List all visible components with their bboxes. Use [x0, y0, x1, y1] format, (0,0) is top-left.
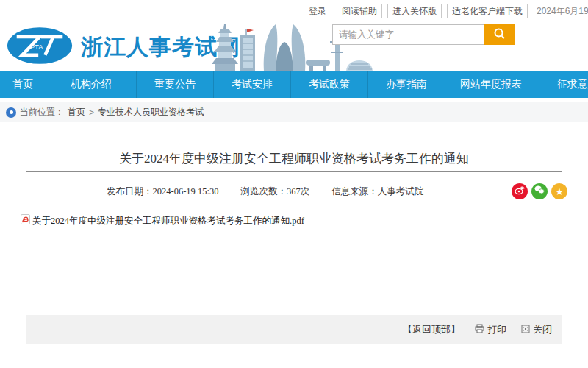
login-button[interactable]: 登录 [304, 4, 331, 18]
wechat-icon [534, 185, 545, 198]
breadcrumb-home-link[interactable]: 首页 [68, 106, 85, 118]
nav-item-exam-schedule[interactable]: 考试安排 [213, 71, 290, 98]
search-icon [493, 27, 506, 42]
nav-item-feedback[interactable]: 征求意见 [537, 71, 588, 98]
care-mode-button[interactable]: 进入关怀版 [387, 4, 442, 18]
view-count-label: 浏览次数： [240, 186, 287, 197]
share-buttons: ★ [512, 183, 567, 199]
attachment-filename: 关于2024年度中级注册安全工程师职业资格考试考务工作的通知.pdf [32, 215, 304, 227]
qzone-star-icon: ★ [555, 187, 564, 197]
search-button[interactable] [484, 24, 514, 45]
zpta-logo-icon: PTA [6, 25, 74, 69]
info-source: 信息来源：人事考试院 [331, 185, 423, 198]
back-to-top-button[interactable]: 【返回顶部】 [403, 323, 460, 336]
nav-item-annual-report[interactable]: 网站年度报表 [445, 71, 537, 98]
location-pin-icon [6, 107, 16, 118]
breadcrumb-label: 当前位置： [20, 106, 64, 118]
info-source-label: 信息来源： [331, 186, 378, 197]
publish-date: 发布日期：2024-06-19 15:30 [107, 185, 218, 198]
printer-icon [475, 324, 484, 336]
publish-date-label: 发布日期： [107, 186, 153, 197]
close-icon [521, 325, 530, 336]
nav-item-about[interactable]: 机构介绍 [46, 71, 136, 98]
site-logo[interactable]: PTA 浙江人事考试网 [6, 25, 240, 69]
weibo-share-button[interactable] [512, 183, 528, 199]
main-nav: 首页 机构介绍 重要公告 考试安排 考试政策 办事指南 网站年度报表 征求意见 [0, 71, 588, 98]
site-search [332, 24, 514, 45]
title-divider [26, 171, 562, 172]
nav-item-exam-policy[interactable]: 考试政策 [290, 71, 368, 98]
reading-aid-button[interactable]: 阅读辅助 [337, 4, 382, 18]
breadcrumb-separator: > [89, 107, 94, 118]
current-date-text: 2024年6月19日 星期三 [537, 5, 588, 18]
search-input[interactable] [332, 24, 484, 45]
print-button[interactable]: 打印 [475, 323, 506, 336]
nav-item-announcements[interactable]: 重要公告 [136, 71, 213, 98]
info-source-value: 人事考试院 [378, 186, 424, 197]
nav-item-service-guide[interactable]: 办事指南 [368, 71, 445, 98]
wechat-share-button[interactable] [531, 183, 548, 199]
weibo-icon [514, 185, 525, 198]
pdf-icon [21, 214, 30, 227]
breadcrumb: 当前位置： 首页 > 专业技术人员职业资格考试 [0, 102, 588, 122]
breadcrumb-current-link[interactable]: 专业技术人员职业资格考试 [98, 106, 204, 118]
svg-text:PTA: PTA [30, 43, 43, 51]
attachment-link[interactable]: 关于2024年度中级注册安全工程师职业资格考试考务工作的通知.pdf [21, 214, 304, 227]
elderly-client-download-button[interactable]: 适老化客户端下载 [447, 4, 528, 18]
nav-item-home[interactable]: 首页 [0, 71, 46, 98]
article-meta-row: 发布日期：2024-06-19 15:30 浏览次数：367次 信息来源：人事考… [26, 181, 567, 202]
close-button[interactable]: 关闭 [521, 323, 552, 336]
top-utility-bar: 登录 阅读辅助 进入关怀版 适老化客户端下载 2024年6月19日 星期三 访问… [0, 0, 588, 22]
view-count: 浏览次数：367次 [240, 185, 309, 198]
print-label: 打印 [487, 323, 506, 336]
article-title: 关于2024年度中级注册安全工程师职业资格考试考务工作的通知 [29, 150, 559, 167]
close-label: 关闭 [533, 323, 552, 336]
top-utility-bar-inner: 登录 阅读辅助 进入关怀版 适老化客户端下载 2024年6月19日 星期三 访问… [304, 0, 588, 22]
publish-date-value: 2024-06-19 15:30 [153, 186, 219, 197]
footer-action-bar: 【返回顶部】 打印 关闭 [26, 315, 562, 344]
view-count-value: 367次 [287, 186, 309, 197]
article-meta: 发布日期：2024-06-19 15:30 浏览次数：367次 信息来源：人事考… [107, 185, 423, 198]
qzone-share-button[interactable]: ★ [551, 183, 567, 199]
site-header: PTA 浙江人事考试网 [0, 22, 588, 71]
